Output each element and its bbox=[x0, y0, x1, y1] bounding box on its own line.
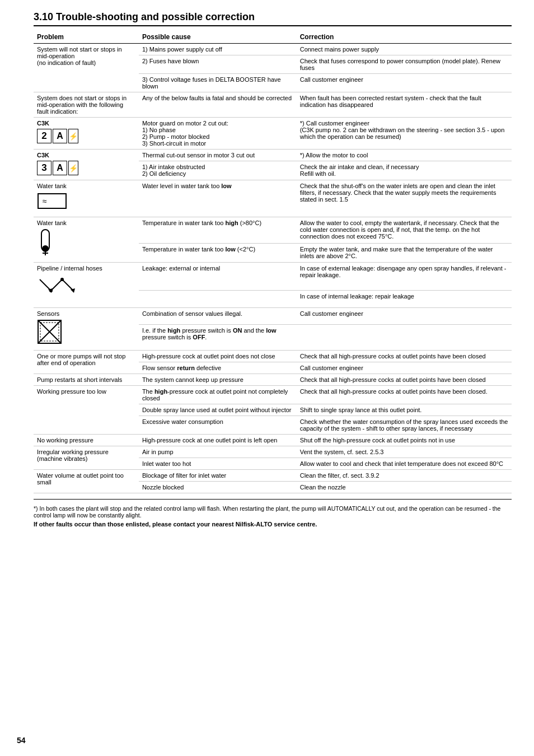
correction-text: Shift to single spray lance at this outl… bbox=[300, 407, 422, 413]
correction-text: Call customer engineer bbox=[300, 76, 363, 83]
correction-text: Check that the shut-off's on the water i… bbox=[300, 183, 496, 203]
correction-text: Allow the water to cool, empty the water… bbox=[300, 220, 499, 240]
correction-cell bbox=[297, 324, 512, 350]
correction-text: In case of internal leakage: repair leak… bbox=[300, 293, 414, 300]
correction-cell: Clean the nozzle bbox=[297, 482, 512, 493]
correction-cell: Vent the system, cf. sect. 2.5.3 bbox=[297, 446, 512, 458]
col-problem: Problem bbox=[34, 31, 139, 44]
correction-cell: Shift to single spray lance at this outl… bbox=[297, 404, 512, 416]
cause-cell: Flow sensor return defective bbox=[139, 362, 297, 374]
problem-cell: Pump restarts at short intervals bbox=[34, 374, 139, 386]
cause-cell: The system cannot keep up pressure bbox=[139, 374, 297, 386]
correction-text: Connect mains power supply bbox=[300, 46, 379, 53]
c3k-label: C3K bbox=[37, 120, 49, 127]
problem-text: System will not start or stops in mid-op… bbox=[37, 46, 122, 66]
correction-cell: Check that fuses correspond to power con… bbox=[297, 55, 512, 74]
correction-cell: In case of external leakage: disengage a… bbox=[297, 263, 512, 291]
cause-text: Temperature in water tank too low (<2°C) bbox=[142, 246, 255, 253]
correction-text: When fault has been corrected restart sy… bbox=[300, 95, 481, 108]
problem-text: Water tank bbox=[37, 183, 67, 189]
svg-line-8 bbox=[62, 279, 73, 291]
correction-text: *) Allow the motor to cool bbox=[300, 152, 368, 158]
correction-text: Call customer engineer bbox=[300, 365, 363, 371]
cause-cell: Combination of sensor values illegal. bbox=[139, 308, 297, 325]
problem-cell: No working pressure bbox=[34, 435, 139, 446]
footnote-section: *) In both cases the plant will stop and… bbox=[34, 499, 512, 528]
cause-text: Blockage of filter for inlet water bbox=[142, 472, 226, 479]
correction-cell: Allow water to cool and check that inlet… bbox=[297, 458, 512, 470]
col-cause: Possible cause bbox=[139, 31, 297, 44]
cause-text: Water level in water tank too low bbox=[142, 183, 232, 189]
problem-cell: Water tank bbox=[34, 217, 139, 263]
correction-cell: Connect mains power supply bbox=[297, 44, 512, 55]
correction-text: Check that fuses correspond to power con… bbox=[300, 58, 500, 71]
cause-cell: Inlet water too hot bbox=[139, 458, 297, 470]
problem-text: Irregular working pressure(machine vibra… bbox=[37, 449, 109, 462]
cause-text: Double spray lance used at outlet point … bbox=[142, 407, 292, 413]
problem-text: System does not start or stops in mid-op… bbox=[37, 95, 127, 115]
correction-cell: Check that all high-pressure cocks at ou… bbox=[297, 374, 512, 386]
cause-text: High-pressure cock at outlet point does … bbox=[142, 353, 275, 360]
svg-line-7 bbox=[51, 279, 62, 291]
correction-text: *) Call customer engineer(C3K pump no. 2… bbox=[300, 120, 505, 140]
cause-text: Thermal cut-out sensor in motor 3 cut ou… bbox=[142, 152, 255, 158]
cause-cell: I.e. if the high pressure switch is ON a… bbox=[139, 324, 297, 350]
problem-cell: Water tank ≈ bbox=[34, 180, 139, 217]
correction-text: Shut off the high-pressure cock at outle… bbox=[300, 437, 455, 444]
troubleshooting-table: Problem Possible cause Correction System… bbox=[34, 31, 512, 493]
cause-cell: Blockage of filter for inlet water bbox=[139, 470, 297, 482]
cause-text: Any of the below faults ia fatal and sho… bbox=[142, 95, 292, 101]
cause-text: 1) Air intake obstructed2) Oil deficienc… bbox=[142, 164, 205, 177]
correction-text: Check that all high-pressure cocks at ou… bbox=[300, 353, 486, 360]
correction-cell: When fault has been corrected restart sy… bbox=[297, 92, 512, 118]
correction-cell: Check that the shut-off's on the water i… bbox=[297, 180, 512, 217]
cause-cell: 1) Mains power supply cut off bbox=[139, 44, 297, 55]
cause-text: Nozzle blocked bbox=[142, 484, 184, 491]
cause-cell: Thermal cut-out sensor in motor 3 cut ou… bbox=[139, 150, 297, 161]
problem-cell: One or more pumps will not stop after en… bbox=[34, 351, 139, 374]
problem-cell: System will not start or stops in mid-op… bbox=[34, 44, 139, 92]
cause-cell: Air in pump bbox=[139, 446, 297, 458]
correction-text: Clean the filter, cf. sect. 3.9.2 bbox=[300, 472, 380, 479]
correction-text: Empty the water tank, and make sure that… bbox=[300, 246, 493, 259]
cause-text: Flow sensor return defective bbox=[142, 365, 221, 371]
cause-cell: Double spray lance used at outlet point … bbox=[139, 404, 297, 416]
cause-cell: Leakage: external or internal bbox=[139, 263, 297, 291]
correction-cell: Clean the filter, cf. sect. 3.9.2 bbox=[297, 470, 512, 482]
correction-cell: Shut off the high-pressure cock at outle… bbox=[297, 435, 512, 446]
cause-text: Leakage: external or internal bbox=[142, 265, 220, 272]
correction-cell: In case of internal leakage: repair leak… bbox=[297, 290, 512, 308]
footnote-star: *) In both cases the plant will stop and… bbox=[34, 505, 512, 519]
correction-cell: Call customer engineer bbox=[297, 362, 512, 374]
problem-cell: Sensors bbox=[34, 308, 139, 351]
svg-text:≈: ≈ bbox=[43, 197, 47, 206]
svg-point-11 bbox=[49, 289, 53, 292]
problem-cell: Irregular working pressure(machine vibra… bbox=[34, 446, 139, 470]
cause-cell: Temperature in water tank too low (<2°C) bbox=[139, 243, 297, 262]
cause-text: Inlet water too hot bbox=[142, 460, 191, 467]
correction-cell: Empty the water tank, and make sure that… bbox=[297, 243, 512, 262]
correction-text: Allow water to cool and check that inlet… bbox=[300, 460, 503, 467]
problem-text: No working pressure bbox=[37, 437, 93, 444]
cause-text: I.e. if the high pressure switch is ON a… bbox=[142, 327, 277, 340]
problem-text: Pipeline / internal hoses bbox=[37, 265, 102, 272]
cause-cell: Nozzle blocked bbox=[139, 482, 297, 493]
correction-text: Check that all high-pressure cocks at ou… bbox=[300, 388, 488, 395]
correction-cell: Check the air intake and clean, if neces… bbox=[297, 161, 512, 180]
cause-cell bbox=[139, 290, 297, 308]
correction-cell: Check whether the water consumption of t… bbox=[297, 416, 512, 435]
svg-line-6 bbox=[40, 279, 51, 291]
cause-cell: High-pressure cock at one outlet point i… bbox=[139, 435, 297, 446]
problem-text: One or more pumps will not stop after en… bbox=[37, 353, 125, 366]
correction-text: In case of external leakage: disengage a… bbox=[300, 265, 507, 278]
cause-text: 3) Control voltage fuses in DELTA BOOSTE… bbox=[142, 76, 281, 90]
problem-cell: System does not start or stops in mid-op… bbox=[34, 92, 139, 118]
cause-cell: Excessive water consumption bbox=[139, 416, 297, 435]
svg-point-12 bbox=[60, 278, 64, 281]
section-title: 3.10 Trouble-shooting and possible corre… bbox=[34, 11, 512, 26]
c3k-label: C3K bbox=[37, 152, 49, 158]
problem-text: Water volume at outlet point too small bbox=[37, 472, 124, 486]
correction-text: Check that all high-pressure cocks at ou… bbox=[300, 376, 486, 383]
problem-cell: Working pressure too low bbox=[34, 386, 139, 435]
cause-cell: 2) Fuses have blown bbox=[139, 55, 297, 74]
